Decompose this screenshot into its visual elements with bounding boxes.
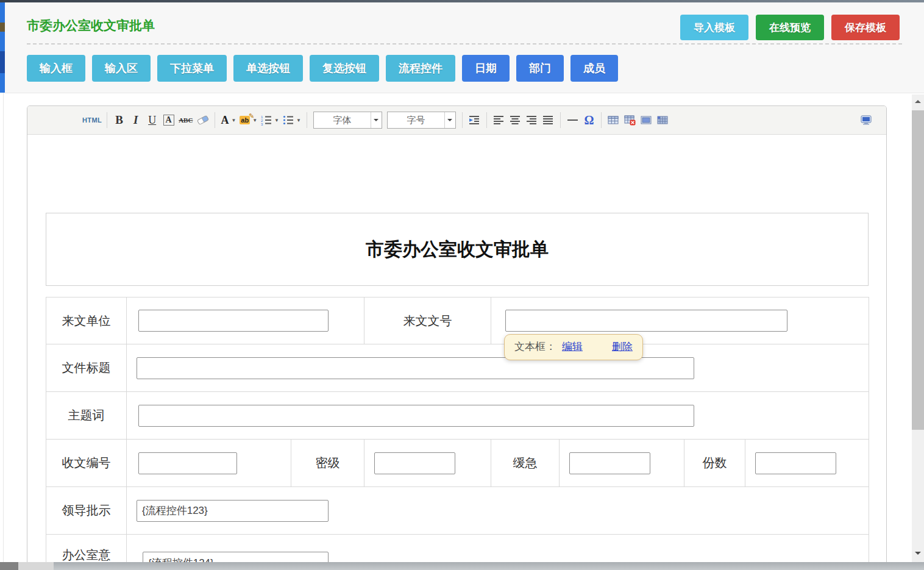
copies-count-cell	[745, 440, 869, 487]
scroll-down-arrow-icon[interactable]	[912, 549, 924, 557]
chevron-down-icon	[371, 112, 382, 128]
scrollbar-thumb[interactable]	[912, 110, 924, 430]
font-border-glyph: A	[163, 115, 174, 126]
toolbar-separator	[307, 112, 307, 128]
toolbar-separator	[486, 112, 487, 128]
chevron-down-icon: ▼	[231, 118, 236, 123]
online-preview-button[interactable]: 在线预览	[756, 15, 824, 40]
document-title-cell	[127, 344, 869, 392]
subject-words-input[interactable]	[138, 405, 694, 427]
ordered-list-icon[interactable]: 123 ▼	[259, 111, 281, 129]
secrecy-level-cell	[364, 440, 491, 487]
font-size-select[interactable]: 字号	[387, 112, 456, 129]
align-center-icon[interactable]	[507, 111, 524, 129]
background-window-edge	[0, 2, 5, 93]
cell-properties-icon[interactable]	[655, 111, 671, 129]
form-table: 来文单位 来文文号 文件标题 主题词 收文编号 密	[46, 297, 869, 570]
taskbar-segment	[0, 562, 18, 570]
scroll-up-arrow-icon[interactable]	[912, 97, 924, 105]
align-justify-icon[interactable]	[540, 111, 556, 129]
align-right-icon[interactable]	[524, 111, 540, 129]
screen: 市委办公室收文审批单 导入模板 在线预览 保存模板 输入框 输入区 下拉菜单 单…	[0, 0, 924, 570]
delete-table-icon[interactable]	[622, 111, 638, 129]
form-title-box: 市委办公室收文审批单	[46, 213, 869, 286]
header-actions: 导入模板 在线预览 保存模板	[680, 15, 900, 40]
taskbar-segment	[18, 562, 54, 570]
html-source-icon[interactable]: HTML	[82, 116, 102, 124]
special-character-icon[interactable]: Ω	[581, 111, 597, 129]
incoming-unit-cell	[127, 297, 364, 344]
page-left-border	[3, 93, 4, 562]
document-title-label: 文件标题	[46, 344, 127, 392]
taskbar-edge	[0, 562, 924, 570]
horizontal-rule-icon[interactable]	[564, 111, 581, 129]
edit-link[interactable]: 编辑	[562, 340, 583, 354]
vertical-scrollbar[interactable]	[912, 94, 924, 562]
urgency-cell	[560, 440, 684, 487]
table-row: 来文单位 来文文号	[46, 297, 869, 344]
widget-flow-control-button[interactable]: 流程控件	[386, 55, 455, 82]
indent-icon[interactable]	[466, 111, 483, 129]
subject-words-label: 主题词	[46, 392, 127, 440]
font-border-icon[interactable]: A	[160, 111, 177, 129]
toolbar-separator	[462, 112, 463, 128]
incoming-unit-label: 来文单位	[46, 297, 127, 344]
widget-member-button[interactable]: 成员	[570, 55, 618, 82]
font-size-value: 字号	[388, 115, 444, 126]
highlight-icon[interactable]: ab▼	[238, 111, 259, 129]
align-left-icon[interactable]	[491, 111, 507, 129]
editor-toolbar: HTML B I U A ABC A▼ ab▼ 123 ▼ ▼ 字体	[27, 106, 886, 135]
table-properties-icon[interactable]	[638, 111, 655, 129]
subject-words-cell	[127, 392, 869, 440]
copies-count-label: 份数	[684, 440, 745, 487]
table-row: 领导批示	[46, 487, 869, 535]
font-color-icon[interactable]: A▼	[219, 111, 238, 129]
italic-icon[interactable]: I	[127, 111, 144, 129]
window-edge-mark	[0, 51, 5, 73]
receipt-number-label: 收文编号	[46, 440, 127, 487]
chevron-down-icon: ▼	[274, 118, 279, 123]
page-header: 市委办公室收文审批单 导入模板 在线预览 保存模板 输入框 输入区 下拉菜单 单…	[5, 2, 924, 93]
form-title: 市委办公室收文审批单	[366, 237, 549, 262]
strikethrough-icon[interactable]: ABC	[177, 111, 194, 129]
save-template-button[interactable]: 保存模板	[831, 15, 900, 40]
font-family-select[interactable]: 字体	[313, 112, 382, 129]
svg-text:3: 3	[261, 123, 263, 126]
toolbar-separator	[560, 112, 561, 128]
header-divider	[27, 43, 902, 45]
toolbar-separator	[601, 112, 602, 128]
font-color-glyph: A	[221, 114, 229, 127]
bold-icon[interactable]: B	[111, 111, 127, 129]
highlight-glyph: ab	[240, 116, 250, 124]
insert-table-icon[interactable]	[605, 111, 622, 129]
receipt-number-input[interactable]	[138, 452, 237, 474]
window-edge-mark	[0, 23, 5, 32]
widget-dropdown-button[interactable]: 下拉菜单	[157, 55, 227, 82]
urgency-input[interactable]	[569, 452, 650, 474]
import-template-button[interactable]: 导入模板	[680, 15, 748, 40]
eraser-icon[interactable]	[194, 111, 211, 129]
underline-icon[interactable]: U	[144, 111, 160, 129]
widget-input-box-button[interactable]: 输入框	[27, 55, 85, 82]
toolbar-separator	[107, 112, 107, 128]
leader-instructions-input[interactable]	[137, 500, 329, 522]
widget-input-area-button[interactable]: 输入区	[92, 55, 151, 82]
widget-toolbar: 输入框 输入区 下拉菜单 单选按钮 复选按钮 流程控件 日期 部门 成员	[27, 55, 618, 82]
incoming-unit-input[interactable]	[138, 310, 329, 332]
secrecy-level-label: 密级	[291, 440, 364, 487]
tooltip-label: 文本框：	[514, 340, 556, 354]
leader-instructions-label: 领导批示	[46, 487, 127, 535]
secrecy-level-input[interactable]	[374, 452, 455, 474]
table-row: 文件标题	[46, 344, 869, 392]
widget-department-button[interactable]: 部门	[516, 55, 564, 82]
widget-radio-button[interactable]: 单选按钮	[233, 55, 303, 82]
incoming-doc-number-input[interactable]	[505, 310, 787, 332]
fullscreen-icon[interactable]	[858, 111, 874, 129]
delete-link[interactable]: 删除	[612, 340, 633, 354]
widget-checkbox-button[interactable]: 复选按钮	[310, 55, 379, 82]
table-row: 主题词	[46, 392, 869, 440]
unordered-list-icon[interactable]: ▼	[281, 111, 303, 129]
leader-instructions-cell	[127, 487, 869, 535]
widget-date-button[interactable]: 日期	[462, 55, 510, 82]
copies-count-input[interactable]	[755, 452, 836, 474]
